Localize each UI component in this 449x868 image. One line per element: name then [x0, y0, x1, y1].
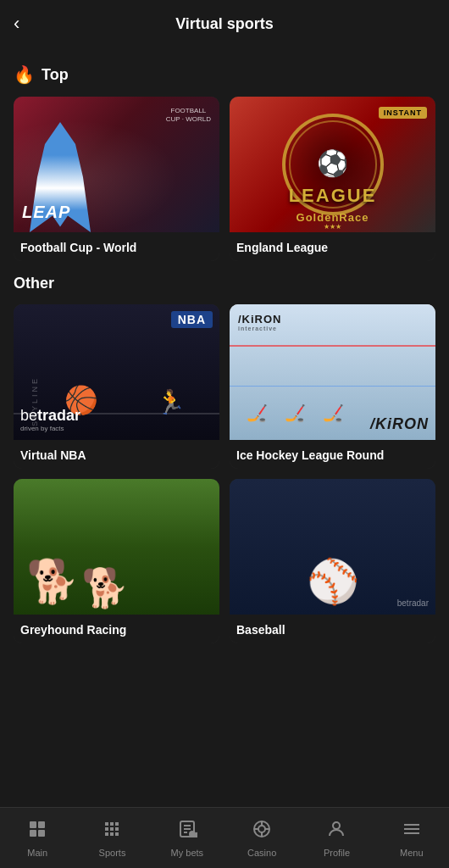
nav-label-casino: Casino	[247, 848, 276, 858]
nav-label-main: Main	[27, 848, 47, 858]
card-england-league-label: England League	[230, 232, 435, 261]
card-greyhound-image: 🐕 🐕	[14, 479, 219, 615]
nav-item-sports[interactable]: Sports	[75, 812, 149, 865]
betradar-sub: driven by facts	[20, 425, 80, 433]
menu-icon	[402, 819, 422, 844]
card-greyhound-label: Greyhound Racing	[14, 615, 219, 643]
top-section-header: 🔥 Top	[14, 64, 435, 85]
hockey-rink-blue-line	[230, 386, 435, 387]
page-title: Virtual sports	[175, 15, 274, 33]
nav-item-menu[interactable]: Menu	[374, 812, 449, 865]
hockey-player2: 🏒	[285, 403, 306, 423]
card-baseball[interactable]: ⚾ betradar Baseball	[230, 479, 435, 643]
league-text: LEAGUE	[289, 185, 377, 207]
main-icon	[27, 819, 47, 844]
hockey-player3: 🏒	[323, 403, 344, 423]
svg-text:2:1: 2:1	[191, 832, 197, 837]
card-virtual-nba-label: Virtual NBA	[14, 440, 219, 469]
card-baseball-image: ⚾ betradar	[230, 479, 435, 615]
card-greyhound[interactable]: 🐕 🐕 Greyhound Racing	[14, 479, 219, 643]
kiron-bottom-logo: /KiRON	[370, 415, 429, 433]
nba-badge: NBA	[171, 311, 213, 328]
header: ‹ Virtual sports	[0, 0, 449, 47]
other-section: Other SKYLINE NBA 🏀 🏃 betradar driven by…	[14, 275, 435, 643]
card-ice-hockey-image: /KiRON interactive 🏒 🏒 🏒 /KiRON	[230, 304, 435, 440]
kiron-logo: /KiRON interactive	[238, 313, 282, 331]
mybets-icon: 2:1	[177, 819, 197, 844]
card-ice-hockey-label: Ice Hockey League Round	[230, 440, 435, 469]
greyhound2: 🐕	[81, 565, 129, 610]
nav-item-mybets[interactable]: 2:1 My bets	[150, 812, 224, 865]
betradar-baseball: betradar	[397, 598, 429, 608]
nav-label-profile: Profile	[324, 848, 350, 858]
svg-point-16	[333, 822, 340, 829]
card-england-league-image: INSTANT ⚽ LEAGUE GoldenRace ★★★	[230, 97, 435, 232]
baseball-player: ⚾	[307, 557, 359, 606]
betradar-badge: betradar driven by facts	[20, 407, 80, 433]
nav-label-menu: Menu	[400, 848, 424, 858]
nav-item-casino[interactable]: Casino	[224, 812, 299, 865]
nav-item-main[interactable]: Main	[0, 812, 75, 865]
football-world-logo: FOOTBALLCUP · WORLD	[166, 107, 211, 125]
card-football-cup-world-image: LEAP FOOTBALLCUP · WORLD	[14, 97, 219, 232]
card-england-league[interactable]: INSTANT ⚽ LEAGUE GoldenRace ★★★ England …	[230, 97, 435, 261]
other-cards-grid: SKYLINE NBA 🏀 🏃 betradar driven by facts…	[14, 304, 435, 643]
profile-icon	[326, 819, 346, 844]
instant-badge: INSTANT	[379, 107, 427, 119]
other-section-header: Other	[14, 275, 435, 292]
greyhound1: 🐕	[26, 557, 79, 606]
content-area: 🔥 Top LEAP FOOTBALLCUP · WORLD Football …	[0, 47, 449, 725]
leap-badge: LEAP	[22, 203, 70, 222]
nav-label-mybets: My bets	[171, 848, 204, 858]
back-button[interactable]: ‹	[14, 13, 19, 35]
card-virtual-nba-image: SKYLINE NBA 🏀 🏃 betradar driven by facts	[14, 304, 219, 440]
card-football-cup-world-label: Football Cup - World	[14, 232, 219, 261]
top-section-icon: 🔥	[14, 64, 35, 85]
other-section-title: Other	[14, 275, 54, 292]
card-ice-hockey[interactable]: /KiRON interactive 🏒 🏒 🏒 /KiRON Ice Hock…	[230, 304, 435, 469]
hockey-rink-red-line	[230, 345, 435, 347]
top-cards-grid: LEAP FOOTBALLCUP · WORLD Football Cup - …	[14, 97, 435, 261]
card-virtual-nba[interactable]: SKYLINE NBA 🏀 🏃 betradar driven by facts…	[14, 304, 219, 469]
nba-player2: 🏃	[156, 388, 186, 416]
svg-rect-3	[38, 830, 45, 837]
svg-rect-2	[30, 830, 36, 837]
hockey-players: 🏒 🏒 🏒	[247, 403, 344, 423]
nav-label-sports: Sports	[99, 848, 126, 858]
sports-icon	[102, 819, 122, 844]
bottom-nav: Main Sports 2:1 My bets	[0, 807, 449, 868]
card-baseball-label: Baseball	[230, 615, 435, 643]
goldenrace-text: GoldenRace	[297, 211, 369, 224]
svg-rect-0	[30, 821, 36, 828]
card-football-cup-world[interactable]: LEAP FOOTBALLCUP · WORLD Football Cup - …	[14, 97, 219, 261]
england-player: ⚽	[317, 148, 348, 178]
goldenrace-stars: ★★★	[324, 223, 341, 231]
top-section-title: Top	[42, 66, 69, 84]
svg-rect-1	[38, 821, 45, 828]
svg-point-11	[258, 826, 265, 832]
casino-icon	[252, 819, 272, 844]
hockey-player1: 🏒	[247, 403, 268, 423]
nav-item-profile[interactable]: Profile	[299, 812, 374, 865]
kiron-sub: interactive	[238, 326, 282, 331]
